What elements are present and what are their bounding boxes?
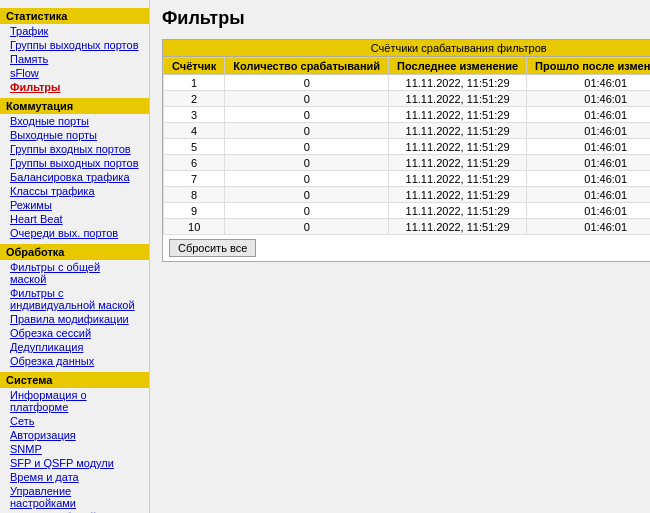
table-cell-counter: 10 — [164, 219, 225, 235]
table-cell-elapsed: 01:46:01 — [527, 155, 650, 171]
table-cell-last_change: 11.11.2022, 11:51:29 — [389, 171, 527, 187]
sidebar-item[interactable]: Авторизация — [0, 428, 149, 442]
table-cell-last_change: 11.11.2022, 11:51:29 — [389, 203, 527, 219]
table-cell-count: 0 — [225, 75, 389, 91]
sidebar-item[interactable]: Очереди вых. портов — [0, 226, 149, 240]
counters-box-title: Счётчики срабатывания фильтров — [163, 40, 650, 57]
reset-all-button[interactable]: Сбросить все — [169, 239, 256, 257]
sidebar-item[interactable]: Фильтры с общей маской — [0, 260, 149, 286]
sidebar-item[interactable]: Сеть — [0, 414, 149, 428]
table-cell-count: 0 — [225, 107, 389, 123]
table-cell-last_change: 11.11.2022, 11:51:29 — [389, 123, 527, 139]
table-cell-last_change: 11.11.2022, 11:51:29 — [389, 75, 527, 91]
table-cell-count: 0 — [225, 203, 389, 219]
table-row: 1011.11.2022, 11:51:2901:46:01Сбросить — [164, 75, 651, 91]
table-row: 10011.11.2022, 11:51:2901:46:01Сбросить — [164, 219, 651, 235]
table-cell-count: 0 — [225, 91, 389, 107]
sidebar-item[interactable]: Группы выходных портов — [0, 156, 149, 170]
table-cell-elapsed: 01:46:01 — [527, 75, 650, 91]
table-row: 3011.11.2022, 11:51:2901:46:01Сбросить — [164, 107, 651, 123]
app-layout: СтатистикаТрафикГруппы выходных портовПа… — [0, 0, 650, 513]
sidebar-item[interactable]: Фильтры с индивидуальной маской — [0, 286, 149, 312]
sidebar-section-title: Обработка — [0, 244, 149, 260]
filter-table: СчётчикКоличество срабатыванийПоследнее … — [163, 57, 650, 235]
sidebar-item[interactable]: Балансировка трафика — [0, 170, 149, 184]
table-cell-elapsed: 01:46:01 — [527, 107, 650, 123]
sidebar-item[interactable]: Heart Beat — [0, 212, 149, 226]
table-cell-count: 0 — [225, 155, 389, 171]
sidebar-item[interactable]: Трафик — [0, 24, 149, 38]
table-cell-counter: 8 — [164, 187, 225, 203]
table-cell-last_change: 11.11.2022, 11:51:29 — [389, 155, 527, 171]
table-cell-last_change: 11.11.2022, 11:51:29 — [389, 91, 527, 107]
sidebar-section-title: Система — [0, 372, 149, 388]
filter-counters-box: Счётчики срабатывания фильтров СчётчикКо… — [162, 39, 650, 262]
sidebar-item[interactable]: Время и дата — [0, 470, 149, 484]
table-cell-elapsed: 01:46:01 — [527, 123, 650, 139]
table-row: 9011.11.2022, 11:51:2901:46:01Сбросить — [164, 203, 651, 219]
table-cell-last_change: 11.11.2022, 11:51:29 — [389, 219, 527, 235]
sidebar-item[interactable]: Информация о платформе — [0, 388, 149, 414]
table-cell-elapsed: 01:46:01 — [527, 219, 650, 235]
table-cell-counter: 3 — [164, 107, 225, 123]
table-header: Последнее изменение — [389, 58, 527, 75]
table-row: 5011.11.2022, 11:51:2901:46:01Сбросить — [164, 139, 651, 155]
sidebar-item[interactable]: Выходные порты — [0, 128, 149, 142]
sidebar-item[interactable]: Фильтры — [0, 80, 149, 94]
table-cell-counter: 2 — [164, 91, 225, 107]
table-cell-last_change: 11.11.2022, 11:51:29 — [389, 107, 527, 123]
table-cell-count: 0 — [225, 171, 389, 187]
sidebar-section-title: Статистика — [0, 8, 149, 24]
table-cell-counter: 6 — [164, 155, 225, 171]
table-cell-elapsed: 01:46:01 — [527, 171, 650, 187]
table-row: 2011.11.2022, 11:51:2901:46:01Сбросить — [164, 91, 651, 107]
table-row: 6011.11.2022, 11:51:2901:46:01Сбросить — [164, 155, 651, 171]
sidebar-item[interactable]: Входные порты — [0, 114, 149, 128]
sidebar-item[interactable]: sFlow — [0, 66, 149, 80]
table-header: Прошло после изменения — [527, 58, 650, 75]
sidebar-item[interactable]: Режимы — [0, 198, 149, 212]
table-cell-counter: 7 — [164, 171, 225, 187]
sidebar-item[interactable]: Группы выходных портов — [0, 38, 149, 52]
sidebar-item[interactable]: Дедупликация — [0, 340, 149, 354]
table-header: Количество срабатываний — [225, 58, 389, 75]
table-cell-count: 0 — [225, 139, 389, 155]
sidebar-item[interactable]: Управление настройками — [0, 484, 149, 510]
page-title: Фильтры — [162, 8, 650, 29]
table-cell-elapsed: 01:46:01 — [527, 203, 650, 219]
table-cell-count: 0 — [225, 187, 389, 203]
main-content: Фильтры Счётчики срабатывания фильтров С… — [150, 0, 650, 513]
sidebar-item[interactable]: Память — [0, 52, 149, 66]
sidebar: СтатистикаТрафикГруппы выходных портовПа… — [0, 0, 150, 513]
table-cell-last_change: 11.11.2022, 11:51:29 — [389, 139, 527, 155]
table-row: 7011.11.2022, 11:51:2901:46:01Сбросить — [164, 171, 651, 187]
table-cell-counter: 4 — [164, 123, 225, 139]
sidebar-item[interactable]: Правила модификации — [0, 312, 149, 326]
sidebar-section-title: Коммутация — [0, 98, 149, 114]
table-cell-elapsed: 01:46:01 — [527, 187, 650, 203]
table-cell-last_change: 11.11.2022, 11:51:29 — [389, 187, 527, 203]
table-header: Счётчик — [164, 58, 225, 75]
table-row: 8011.11.2022, 11:51:2901:46:01Сбросить — [164, 187, 651, 203]
table-cell-counter: 1 — [164, 75, 225, 91]
sidebar-item[interactable]: Обрезка сессий — [0, 326, 149, 340]
table-cell-counter: 5 — [164, 139, 225, 155]
table-row: 4011.11.2022, 11:51:2901:46:01Сбросить — [164, 123, 651, 139]
table-cell-counter: 9 — [164, 203, 225, 219]
sidebar-item[interactable]: Обрезка данных — [0, 354, 149, 368]
sidebar-item[interactable]: Классы трафика — [0, 184, 149, 198]
table-cell-count: 0 — [225, 219, 389, 235]
sidebar-item[interactable]: Группы входных портов — [0, 142, 149, 156]
sidebar-item[interactable]: SNMP — [0, 442, 149, 456]
sidebar-item[interactable]: SFP и QSFP модули — [0, 456, 149, 470]
table-cell-elapsed: 01:46:01 — [527, 139, 650, 155]
table-cell-count: 0 — [225, 123, 389, 139]
table-cell-elapsed: 01:46:01 — [527, 91, 650, 107]
